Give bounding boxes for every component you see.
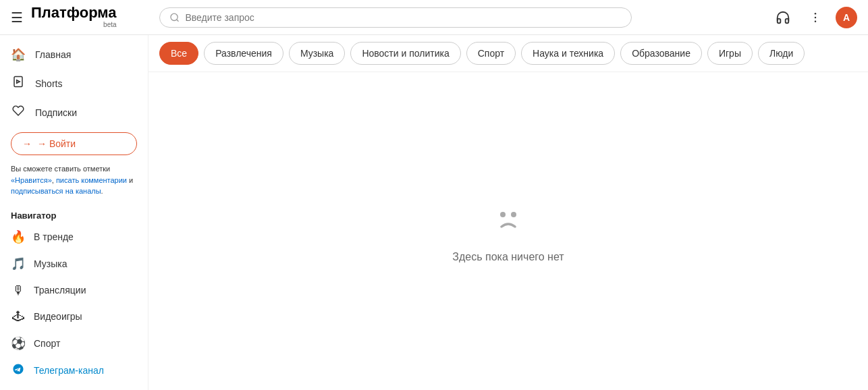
login-button[interactable]: → → Войти <box>11 132 137 155</box>
nav-item-streams-label: Трансляции <box>34 285 86 296</box>
category-entertainment[interactable]: Развлечения <box>204 42 283 65</box>
layout: 🏠 Главная Shorts Подписки → → Войти Вы с… <box>0 35 868 390</box>
svg-point-7 <box>511 212 516 217</box>
category-news[interactable]: Новости и политика <box>350 42 460 65</box>
nav-item-music-label: Музыка <box>34 258 67 269</box>
mic-icon: 🎙 <box>11 283 26 298</box>
sidebar-item-home[interactable]: 🏠 Главная <box>0 40 148 69</box>
sad-face-icon <box>489 200 527 243</box>
category-games[interactable]: Игры <box>707 42 753 65</box>
nav-item-music[interactable]: 🎵 Музыка <box>0 250 148 277</box>
avatar[interactable]: А <box>836 7 857 28</box>
nav-item-sport-label: Спорт <box>34 338 60 349</box>
auth-hint-prefix: Вы сможете ставить отметки <box>11 165 110 173</box>
svg-rect-5 <box>14 77 22 87</box>
sidebar-item-shorts-label: Shorts <box>35 78 62 89</box>
beta-badge: beta <box>103 22 116 28</box>
category-people[interactable]: Люди <box>758 42 805 65</box>
svg-point-3 <box>815 16 817 18</box>
category-bar: Все Развлечения Музыка Новости и политик… <box>148 35 868 72</box>
login-label: → Войти <box>37 138 76 149</box>
nav-item-streams[interactable]: 🎙 Трансляции <box>0 277 148 304</box>
header: ☰ Платформа beta А <box>0 0 868 35</box>
logo: Платформа <box>31 5 117 20</box>
svg-point-4 <box>815 20 817 22</box>
category-all[interactable]: Все <box>159 42 198 65</box>
joystick-icon: 🕹 <box>11 310 26 324</box>
auth-hint-link2[interactable]: писать комментарии <box>56 176 127 184</box>
telegram-link[interactable]: Телеграм-канал <box>0 357 148 385</box>
sidebar-item-subscriptions[interactable]: Подписки <box>0 98 148 127</box>
empty-state-message: Здесь пока ничего нет <box>452 251 564 263</box>
more-options-icon[interactable] <box>803 5 828 30</box>
telegram-label: Телеграм-канал <box>34 365 104 376</box>
sidebar: 🏠 Главная Shorts Подписки → → Войти Вы с… <box>0 35 148 390</box>
auth-hint-link3[interactable]: подписываться на каналы <box>11 187 101 195</box>
search-input[interactable] <box>185 12 622 23</box>
nav-item-sport[interactable]: ⚽ Спорт <box>0 330 148 357</box>
nav-item-trending[interactable]: 🔥 В тренде <box>0 223 148 250</box>
svg-point-0 <box>171 13 178 20</box>
navigator-title: Навигатор <box>0 205 148 223</box>
svg-line-1 <box>177 19 179 21</box>
header-right: А <box>771 5 857 30</box>
login-icon: → <box>22 138 32 149</box>
header-left: ☰ Платформа beta <box>11 5 159 30</box>
empty-state: Здесь пока ничего нет <box>148 72 868 390</box>
auth-hint-text3: и <box>127 176 133 184</box>
menu-icon[interactable]: ☰ <box>11 9 23 26</box>
sidebar-item-home-label: Главная <box>35 49 71 60</box>
telegram-icon <box>11 363 26 379</box>
sidebar-item-subscriptions-label: Подписки <box>35 107 77 118</box>
auth-hint: Вы сможете ставить отметки «Нравится», п… <box>0 161 148 205</box>
nav-item-games-label: Видеоигры <box>34 311 82 322</box>
music-icon: 🎵 <box>11 256 26 271</box>
nav-item-games[interactable]: 🕹 Видеоигры <box>0 304 148 330</box>
auth-hint-text4: . <box>101 187 103 195</box>
category-sport[interactable]: Спорт <box>466 42 516 65</box>
fire-icon: 🔥 <box>11 229 26 244</box>
headset-icon[interactable] <box>771 5 795 30</box>
subscriptions-icon <box>11 105 26 120</box>
auth-hint-link1[interactable]: «Нравится» <box>11 176 52 184</box>
sidebar-item-shorts[interactable]: Shorts <box>0 69 148 98</box>
category-education[interactable]: Образование <box>620 42 702 65</box>
main-content: Все Развлечения Музыка Новости и политик… <box>148 35 868 390</box>
soccer-icon: ⚽ <box>11 336 26 351</box>
category-music[interactable]: Музыка <box>289 42 346 65</box>
search-icon <box>169 12 180 23</box>
category-science[interactable]: Наука и техника <box>521 42 615 65</box>
svg-point-2 <box>815 12 817 14</box>
shorts-icon <box>11 76 26 91</box>
nav-item-trending-label: В тренде <box>34 231 74 242</box>
home-icon: 🏠 <box>11 47 26 62</box>
svg-point-6 <box>500 212 506 217</box>
search-bar[interactable] <box>159 7 632 28</box>
logo-container: Платформа beta <box>31 5 117 30</box>
